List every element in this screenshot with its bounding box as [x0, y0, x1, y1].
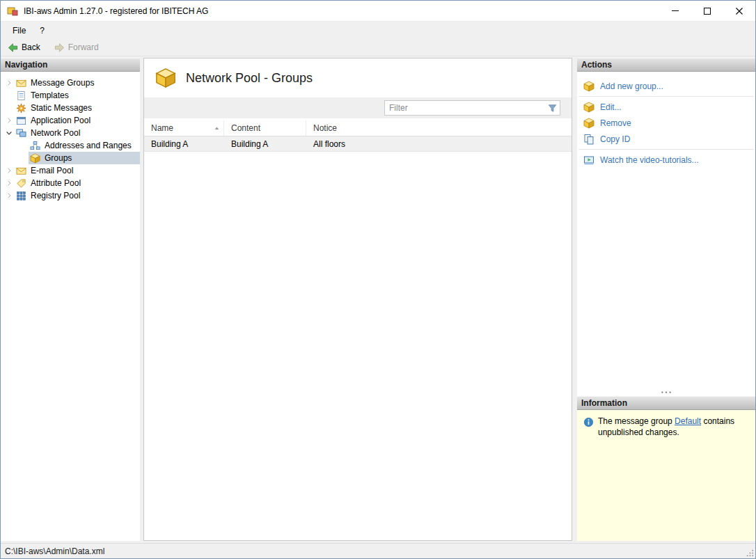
menu-help[interactable]: ? — [33, 23, 52, 38]
remove-group-icon — [583, 118, 594, 129]
chevron-right-icon[interactable] — [3, 115, 15, 126]
back-button[interactable]: Back — [5, 41, 43, 54]
action-watch-video-tutorials[interactable]: Watch the video-tutorials... — [577, 152, 755, 168]
filter-input[interactable] — [385, 103, 547, 113]
column-header-name[interactable]: Name — [144, 120, 224, 136]
panel-splitter[interactable] — [577, 388, 755, 396]
forward-arrow-icon — [54, 42, 65, 53]
action-edit[interactable]: Edit... — [577, 99, 755, 115]
sidebar-item-static-messages[interactable]: Static Messages — [1, 102, 140, 114]
close-icon — [736, 8, 743, 15]
sidebar-item-application-pool[interactable]: Application Pool — [1, 114, 140, 127]
message-text-before: The message group — [598, 416, 675, 426]
video-tutorials-icon — [583, 155, 594, 166]
column-label: Name — [151, 123, 173, 133]
maximize-icon — [704, 8, 711, 15]
action-copy-id[interactable]: Copy ID — [577, 131, 755, 147]
action-add-new-group[interactable]: Add new group... — [577, 78, 755, 94]
column-header-content[interactable]: Content — [224, 120, 306, 136]
action-label: Add new group... — [600, 81, 663, 91]
sidebar-item-label: Attribute Pool — [31, 178, 81, 188]
action-label: Edit... — [600, 102, 622, 112]
information-panel: The message group Default contains unpub… — [577, 410, 755, 541]
sidebar-item-label: E-mail Pool — [31, 166, 73, 175]
copy-id-icon — [583, 134, 594, 145]
navigation-tree: Message Groups Templates Static Messages — [1, 72, 140, 541]
separator — [578, 96, 754, 97]
back-arrow-icon — [8, 42, 18, 53]
default-group-link[interactable]: Default — [675, 416, 701, 426]
sidebar-item-attribute-pool[interactable]: Attribute Pool — [1, 177, 140, 189]
maximize-button[interactable] — [691, 1, 723, 21]
chevron-right-icon[interactable] — [3, 190, 15, 201]
cell-name: Building A — [144, 139, 224, 149]
chevron-down-icon[interactable] — [3, 127, 15, 139]
app-icon — [7, 6, 18, 17]
registry-pool-icon — [16, 190, 27, 201]
sidebar-item-label: Registry Pool — [31, 191, 80, 200]
menu-file[interactable]: File — [6, 23, 33, 38]
sidebar-item-label: Templates — [31, 90, 69, 100]
cell-notice: All floors — [306, 139, 572, 149]
application-pool-icon — [16, 115, 27, 126]
information-message: The message group Default contains unpub… — [598, 416, 750, 439]
app-window: IBI-aws Admin 1.27.0 - registered for IB… — [0, 0, 756, 559]
edit-group-icon — [583, 102, 594, 113]
content-panel: Network Pool - Groups Name Content Notic… — [143, 58, 572, 541]
indent-spacer — [3, 102, 15, 113]
content-header: Network Pool - Groups — [144, 58, 572, 97]
filter-band — [144, 97, 572, 118]
sidebar-item-templates[interactable]: Templates — [1, 89, 140, 102]
actions-header: Actions — [577, 58, 755, 72]
resize-grip-icon[interactable] — [744, 547, 755, 558]
column-header-notice[interactable]: Notice — [306, 120, 572, 136]
toolbar: Back Forward — [1, 39, 755, 56]
sidebar-item-message-groups[interactable]: Message Groups — [1, 77, 140, 89]
sidebar-item-registry-pool[interactable]: Registry Pool — [1, 189, 140, 202]
network-pool-icon — [16, 127, 27, 139]
status-bar: C:\IBI-aws\Admin\Data.xml — [1, 543, 755, 558]
sidebar-item-groups[interactable]: Groups — [1, 152, 140, 164]
attribute-pool-icon — [16, 178, 27, 189]
page-title: Network Pool - Groups — [186, 71, 313, 86]
window-title: IBI-aws Admin 1.27.0 - registered for IB… — [24, 6, 208, 16]
close-button[interactable] — [723, 1, 755, 21]
email-pool-icon — [16, 165, 27, 176]
splitter-dots-icon — [660, 391, 672, 394]
forward-label: Forward — [68, 42, 99, 52]
cell-content: Building A — [224, 139, 306, 149]
column-label: Content — [231, 123, 260, 133]
data-file-path: C:\IBI-aws\Admin\Data.xml — [5, 546, 104, 556]
table-row[interactable]: Building A Building A All floors — [144, 136, 572, 152]
filter-box — [384, 100, 560, 116]
static-messages-icon — [16, 102, 27, 113]
chevron-right-icon[interactable] — [3, 165, 15, 176]
forward-button[interactable]: Forward — [52, 41, 102, 54]
back-label: Back — [22, 42, 40, 52]
action-label: Copy ID — [600, 134, 630, 144]
chevron-right-icon[interactable] — [3, 178, 15, 189]
action-label: Watch the video-tutorials... — [600, 155, 699, 165]
title-bar: IBI-aws Admin 1.27.0 - registered for IB… — [1, 1, 755, 22]
menu-bar: File ? — [1, 22, 755, 39]
information-header: Information — [577, 396, 755, 410]
filter-funnel-icon[interactable] — [547, 103, 558, 113]
sort-ascending-icon — [213, 125, 221, 132]
table-header: Name Content Notice — [144, 120, 572, 136]
chevron-right-icon[interactable] — [3, 77, 15, 88]
indent-spacer — [3, 90, 15, 101]
action-remove[interactable]: Remove — [577, 115, 755, 131]
add-group-icon — [583, 81, 594, 92]
templates-icon — [16, 90, 27, 101]
sidebar-item-email-pool[interactable]: E-mail Pool — [1, 164, 140, 177]
right-panel: Actions Add new group... Edit... Remove — [577, 58, 755, 541]
navigation-panel: Navigation Message Groups Templates — [1, 58, 140, 541]
sidebar-item-network-pool[interactable]: Network Pool — [1, 127, 140, 139]
minimize-button[interactable] — [659, 1, 691, 21]
action-label: Remove — [600, 118, 631, 128]
sidebar-item-addresses-and-ranges[interactable]: Addresses and Ranges — [1, 139, 140, 152]
sidebar-item-label: Addresses and Ranges — [45, 141, 132, 150]
sidebar-item-label: Message Groups — [31, 78, 94, 88]
sidebar-item-label: Application Pool — [31, 116, 90, 125]
sidebar-item-label: Network Pool — [31, 128, 80, 138]
